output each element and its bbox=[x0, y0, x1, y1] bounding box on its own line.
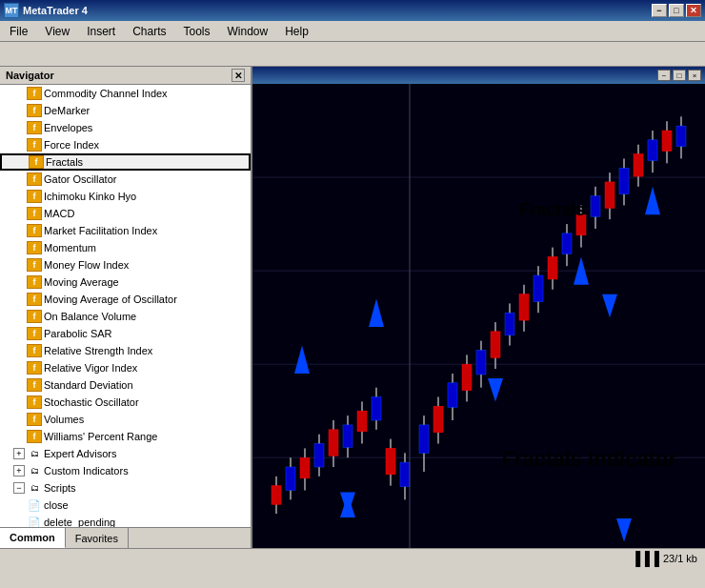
nav-item-moving-average-of-oscillator[interactable]: f Moving Average of Oscillator bbox=[0, 291, 251, 308]
indicator-icon: f bbox=[27, 344, 42, 357]
navigator-close-button[interactable]: ✕ bbox=[232, 69, 245, 82]
indicator-icon: f bbox=[27, 293, 42, 306]
menu-window[interactable]: Window bbox=[220, 23, 276, 40]
script-icon-delete-pending: 📄 bbox=[27, 516, 42, 527]
svg-rect-63 bbox=[676, 126, 686, 147]
svg-rect-45 bbox=[548, 256, 557, 279]
svg-rect-12 bbox=[314, 444, 324, 468]
nav-item-gator-oscillator[interactable]: f Gator Oscillator bbox=[0, 171, 251, 188]
nav-item-momentum[interactable]: f Momentum bbox=[0, 239, 251, 256]
nav-item-williams-percent-range[interactable]: f Williams' Percent Range bbox=[0, 428, 251, 445]
indicator-icon: f bbox=[27, 138, 42, 152]
nav-item-moving-average[interactable]: f Moving Average bbox=[0, 274, 251, 291]
svg-rect-55 bbox=[619, 168, 629, 193]
nav-item-fractals[interactable]: f Fractals bbox=[0, 153, 251, 171]
sub-maximize-button[interactable]: □ bbox=[673, 70, 686, 81]
indicator-icon: f bbox=[29, 155, 44, 169]
svg-rect-0 bbox=[252, 84, 705, 548]
menu-charts[interactable]: Charts bbox=[125, 23, 173, 40]
expand-icon-scripts[interactable]: − bbox=[13, 482, 25, 494]
indicator-icon: f bbox=[27, 121, 42, 134]
svg-rect-51 bbox=[591, 196, 600, 217]
nav-item-expert-advisors[interactable]: + 🗂 Expert Advisors bbox=[0, 445, 251, 462]
svg-rect-47 bbox=[562, 233, 572, 254]
svg-rect-27 bbox=[419, 425, 429, 453]
indicator-icon: f bbox=[27, 395, 42, 409]
indicator-icon: f bbox=[27, 361, 42, 375]
nav-item-envelopes[interactable]: f Envelopes bbox=[0, 119, 251, 136]
svg-rect-53 bbox=[605, 182, 614, 208]
svg-rect-20 bbox=[372, 396, 381, 420]
navigator-header: Navigator ✕ bbox=[0, 67, 251, 85]
navigator-tabs: Common Favorites bbox=[0, 527, 251, 548]
svg-rect-29 bbox=[433, 406, 443, 432]
minimize-button[interactable]: − bbox=[652, 4, 667, 17]
svg-rect-8 bbox=[286, 467, 295, 491]
indicator-icon: f bbox=[27, 310, 42, 323]
nav-item-volumes[interactable]: f Volumes bbox=[0, 411, 251, 428]
chart-sub-title-bar: − □ × bbox=[252, 67, 705, 84]
nav-item-macd[interactable]: f MACD bbox=[0, 205, 251, 222]
status-bars-icon: ▐▐▐ bbox=[631, 551, 659, 566]
nav-item-relative-strength-index[interactable]: f Relative Strength Index bbox=[0, 342, 251, 359]
maximize-button[interactable]: □ bbox=[669, 4, 684, 17]
main-content: Navigator ✕ f Commodity Channel Index f … bbox=[0, 67, 705, 548]
nav-item-delete-pending-script[interactable]: 📄 delete_pending bbox=[0, 514, 251, 527]
nav-item-parabolic-sar[interactable]: f Parabolic SAR bbox=[0, 325, 251, 342]
svg-rect-37 bbox=[491, 332, 500, 357]
tab-favorites[interactable]: Favorites bbox=[66, 528, 129, 548]
sub-close-button[interactable]: × bbox=[688, 70, 701, 81]
status-chart-info: ▐▐▐ 23/1 kb bbox=[631, 551, 697, 566]
menu-tools[interactable]: Tools bbox=[176, 23, 218, 40]
toolbar bbox=[0, 42, 705, 67]
sub-minimize-button[interactable]: − bbox=[657, 70, 671, 81]
menu-view[interactable]: View bbox=[37, 23, 77, 40]
nav-item-demarker[interactable]: f DeMarker bbox=[0, 102, 251, 119]
menu-file[interactable]: File bbox=[2, 23, 35, 40]
nav-item-money-flow-index[interactable]: f Money Flow Index bbox=[0, 256, 251, 274]
indicator-icon: f bbox=[27, 378, 42, 392]
indicator-icon: f bbox=[27, 258, 42, 272]
expand-icon-custom-indicators[interactable]: + bbox=[13, 465, 25, 476]
menu-insert[interactable]: Insert bbox=[79, 23, 123, 40]
title-bar-left: MT MetaTrader 4 bbox=[4, 3, 88, 18]
title-bar: MT MetaTrader 4 − □ ✕ bbox=[0, 0, 705, 21]
app-icon: MT bbox=[4, 3, 19, 18]
svg-rect-35 bbox=[476, 350, 486, 374]
nav-item-relative-vigor-index[interactable]: f Relative Vigor Index bbox=[0, 359, 251, 376]
indicator-icon: f bbox=[27, 241, 42, 254]
menu-help[interactable]: Help bbox=[277, 23, 316, 40]
indicator-icon: f bbox=[27, 87, 42, 100]
nav-item-ichimoku-kinko-hyo[interactable]: f Ichimoku Kinko Hyo bbox=[0, 188, 251, 205]
nav-item-close-script[interactable]: 📄 close bbox=[0, 497, 251, 514]
indicator-icon: f bbox=[27, 190, 42, 203]
indicator-icon: f bbox=[27, 104, 42, 117]
svg-rect-6 bbox=[272, 486, 281, 505]
scripts-folder-icon: 🗂 bbox=[27, 481, 42, 495]
sub-title-buttons: − □ × bbox=[657, 70, 701, 81]
nav-item-standard-deviation[interactable]: f Standard Deviation bbox=[0, 376, 251, 394]
indicator-icon: f bbox=[27, 224, 42, 237]
nav-item-market-facilitation-index[interactable]: f Market Facilitation Index bbox=[0, 222, 251, 239]
chart-info-text: 23/1 kb bbox=[663, 553, 697, 564]
title-bar-buttons: − □ ✕ bbox=[652, 4, 701, 17]
svg-rect-10 bbox=[300, 457, 310, 478]
nav-item-on-balance-volume[interactable]: f On Balance Volume bbox=[0, 308, 251, 325]
fractals-indicator-label: Fractals Indicator bbox=[502, 447, 676, 472]
nav-item-custom-indicators[interactable]: + 🗂 Custom Indicators bbox=[0, 462, 251, 479]
close-button[interactable]: ✕ bbox=[686, 4, 701, 17]
script-icon-close: 📄 bbox=[27, 498, 42, 512]
tab-common[interactable]: Common bbox=[0, 528, 66, 548]
nav-item-stochastic-oscillator[interactable]: f Stochastic Oscillator bbox=[0, 394, 251, 411]
nav-item-scripts[interactable]: − 🗂 Scripts bbox=[0, 479, 251, 497]
indicator-icon: f bbox=[27, 413, 42, 426]
indicator-icon: f bbox=[27, 327, 42, 340]
navigator-panel: Navigator ✕ f Commodity Channel Index f … bbox=[0, 67, 252, 548]
navigator-content[interactable]: f Commodity Channel Index f DeMarker f E… bbox=[0, 85, 251, 527]
app-title: MetaTrader 4 bbox=[23, 5, 88, 16]
svg-rect-57 bbox=[634, 154, 643, 177]
nav-item-commodity-channel-index[interactable]: f Commodity Channel Index bbox=[0, 85, 251, 102]
svg-rect-39 bbox=[505, 313, 514, 335]
nav-item-force-index[interactable]: f Force Index bbox=[0, 136, 251, 153]
expand-icon-expert-advisors[interactable]: + bbox=[13, 448, 25, 459]
